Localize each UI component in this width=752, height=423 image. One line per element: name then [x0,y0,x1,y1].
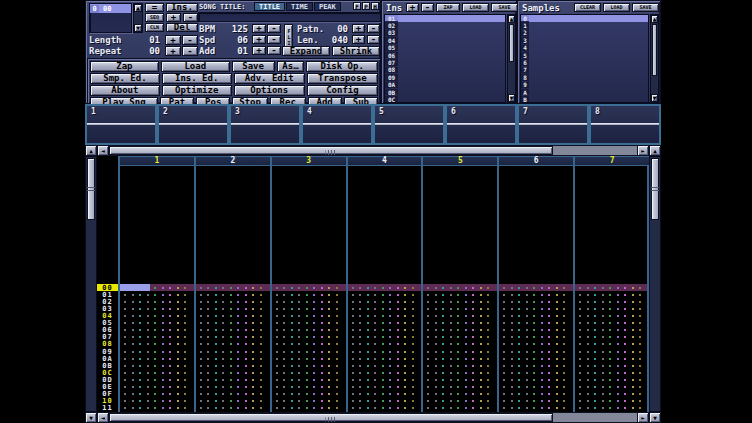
list-item-A[interactable]: A [521,89,648,96]
pattern-cell[interactable] [270,341,346,348]
pattern-grid[interactable]: 1234567 [118,156,649,412]
pattern-cell[interactable] [497,284,573,291]
pattern-cell[interactable] [194,398,270,405]
pattern-cell[interactable] [497,312,573,319]
mini-button-h[interactable]: H [371,2,379,10]
pattern-cell[interactable] [270,391,346,398]
pattern-cell[interactable] [421,291,497,298]
pattern-cell[interactable] [421,376,497,383]
menu-button-save[interactable]: Save [232,61,275,72]
pattern-cell[interactable] [573,405,649,412]
pattern-cell[interactable] [421,341,497,348]
pattern-cell[interactable] [573,362,649,369]
pattern-cell[interactable] [573,341,649,348]
pattern-cell[interactable] [346,398,422,405]
pattern-cell[interactable] [270,355,346,362]
pattern-cell[interactable] [497,398,573,405]
pattern-cell[interactable] [421,405,497,412]
instruments-scroll-down-button[interactable]: ▼ [508,94,515,102]
pattern-cell[interactable] [118,405,194,412]
v-scrollbar-thumb[interactable] [87,158,95,220]
pattern-cell[interactable] [421,355,497,362]
pattern-cell[interactable] [573,284,649,291]
pattern-cell[interactable] [118,362,194,369]
pattern-cell[interactable] [497,369,573,376]
pattern-cell[interactable] [497,348,573,355]
order-scroll-up-button[interactable]: ▲ [134,4,142,12]
pattern-channel-header-1[interactable]: 1 [118,157,194,165]
list-item-05[interactable]: 05 [385,45,505,52]
pattern-cell[interactable] [118,376,194,383]
song-title-field[interactable] [198,12,381,22]
pattern-cell[interactable] [270,305,346,312]
menu-button-load[interactable]: Load [161,61,230,72]
pattern-cell[interactable] [497,298,573,305]
bpm-plus-button[interactable]: + [252,24,266,33]
pattern-cell[interactable] [497,305,573,312]
instruments-scrollbar[interactable]: ▲ ▼ [507,14,516,103]
pattern-channel-header-5[interactable]: 5 [421,157,497,165]
pattern-cell[interactable] [421,320,497,327]
pattern-cell[interactable] [346,334,422,341]
pattern-cell[interactable] [194,405,270,412]
samples-scroll-thumb[interactable] [652,24,657,76]
order-seq-button[interactable]: SEQ [145,13,164,22]
pattern-cell[interactable] [421,334,497,341]
pattern-cell[interactable] [194,341,270,348]
list-item-1[interactable]: 1 [521,22,648,29]
scope-channel-5[interactable]: 5 [373,104,445,145]
pattern-cell[interactable] [346,312,422,319]
pattern-cell[interactable] [194,320,270,327]
pattern-cell[interactable] [573,298,649,305]
order-scroll-track[interactable] [134,12,142,24]
pattern-cell[interactable] [118,291,194,298]
pattern-cell[interactable] [270,362,346,369]
list-item-7[interactable]: 7 [521,67,648,74]
pattern-cell[interactable] [421,384,497,391]
repeat-minus-button[interactable]: - [182,46,198,56]
speed-plus-button[interactable]: + [252,35,266,44]
pattern-cell[interactable] [497,327,573,334]
pattern-cell[interactable] [346,384,422,391]
pattern-cell[interactable] [346,348,422,355]
pattern-cell[interactable] [346,355,422,362]
pattern-cell[interactable] [118,305,194,312]
pattern-cell[interactable] [421,284,497,291]
samples-save-button[interactable]: SAVE [632,3,659,12]
pattern-channel-header-6[interactable]: 6 [497,157,573,165]
pattern-scroll-down-button-right[interactable]: ▼ [649,412,661,423]
tab-peak[interactable]: PEAK [314,2,341,11]
list-item-3[interactable]: 3 [521,37,648,44]
pattern-cell[interactable] [573,334,649,341]
instruments--button[interactable]: - [421,3,434,12]
pattern-cell[interactable] [421,327,497,334]
order-insert-button[interactable]: Ins. [166,3,198,12]
pattern-cell[interactable] [194,312,270,319]
instruments-load-button[interactable]: LOAD [462,3,489,12]
instruments--button[interactable]: + [406,3,419,12]
pattern-cell[interactable] [421,362,497,369]
pattern-cell[interactable] [270,284,346,291]
pattern-cell[interactable] [194,334,270,341]
samples-list[interactable]: 0123456789AB [520,14,649,103]
add-plus-button[interactable]: + [252,46,266,55]
pattern-cell[interactable] [421,298,497,305]
list-item-04[interactable]: 04 [385,37,505,44]
pattern-cell[interactable] [118,298,194,305]
list-item-0B[interactable]: 0B [385,89,505,96]
pattern-cell[interactable] [194,305,270,312]
pattern-scroll-right-button[interactable]: ► [637,412,649,423]
pattern-cell[interactable] [118,348,194,355]
menu-button-adv-edit[interactable]: Adv. Edit [234,73,305,84]
pattern-cell[interactable] [194,384,270,391]
pattern-cell[interactable] [118,320,194,327]
samples-clear-button[interactable]: CLEAR [574,3,601,12]
list-item-0C[interactable]: 0C [385,96,505,103]
tab-time[interactable]: TIME [286,2,313,11]
pattern-cell[interactable] [497,334,573,341]
samples-load-button[interactable]: LOAD [603,3,630,12]
shrink-button[interactable]: Shrink [332,46,380,56]
pattern-cell[interactable] [573,369,649,376]
scope-channel-3[interactable]: 3 [229,104,301,145]
pattern-cell[interactable] [573,327,649,334]
